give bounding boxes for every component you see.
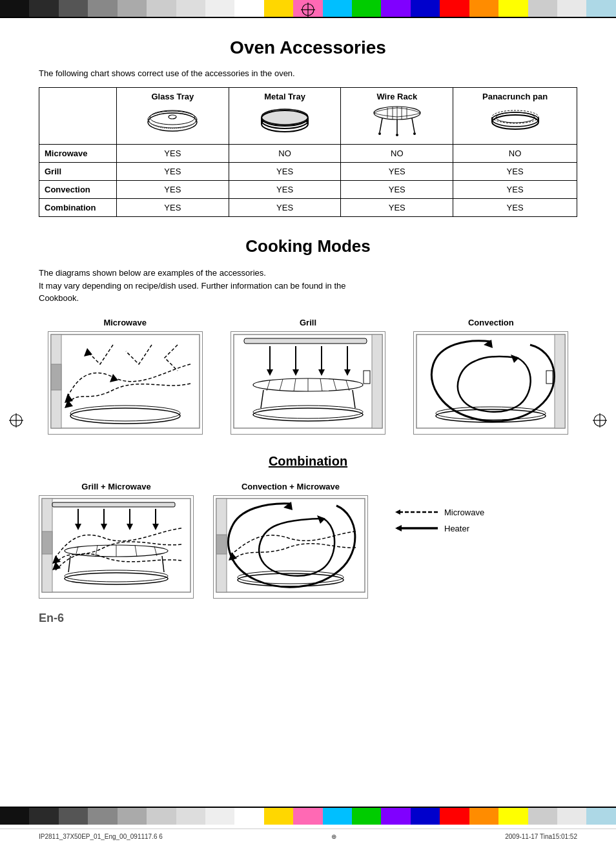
svg-marker-40 — [110, 374, 118, 382]
cell-microwave-glass: YES — [117, 145, 229, 163]
reg-mark-right — [593, 413, 607, 429]
svg-line-21 — [380, 118, 382, 132]
cooking-modes-title: Cooking Modes — [39, 236, 577, 256]
page-number: En-6 — [39, 612, 577, 625]
svg-point-10 — [262, 110, 308, 126]
svg-line-59 — [333, 379, 336, 391]
page-footer: IP2811_37X50EP_01_Eng_00_091117.6 6 ⊕ 20… — [0, 829, 616, 844]
svg-line-93 — [162, 556, 164, 572]
svg-marker-77 — [75, 524, 81, 530]
svg-marker-39 — [84, 348, 92, 356]
combo-grill-microwave: Grill + Microwave — [39, 482, 194, 599]
mode-convection: Convection — [405, 318, 577, 435]
color-gray-end2 — [557, 0, 586, 17]
svg-rect-104 — [216, 535, 227, 554]
cell-convection-glass: YES — [117, 181, 229, 199]
color-lightgray1 — [118, 0, 147, 17]
combo-convection-microwave: Convection + Microwave — [213, 482, 368, 599]
svg-point-25 — [413, 132, 416, 135]
svg-rect-96 — [42, 531, 52, 554]
svg-point-29 — [496, 112, 535, 123]
svg-rect-43 — [372, 335, 382, 428]
legend-microwave: Microwave — [394, 508, 484, 517]
reg-mark-left — [9, 413, 23, 429]
combo-convection-microwave-label: Convection + Microwave — [241, 482, 340, 491]
svg-line-56 — [294, 378, 296, 391]
cell-combination-pana: YES — [453, 199, 577, 217]
row-label-convection: Convection — [39, 181, 117, 199]
svg-line-58 — [320, 378, 322, 391]
mode-grill-label: Grill — [300, 318, 316, 327]
svg-rect-97 — [216, 499, 365, 592]
panacrunch-icon — [486, 101, 544, 137]
footer-left: IP2811_37X50EP_01_Eng_00_091117.6 6 — [39, 833, 163, 840]
svg-rect-67 — [555, 335, 565, 428]
cell-combination-wire: YES — [341, 199, 453, 217]
color-red — [440, 0, 469, 17]
mode-grill-diagram — [231, 331, 385, 435]
svg-marker-83 — [152, 524, 159, 530]
mode-grill: Grill — [221, 318, 394, 435]
cell-microwave-pana: NO — [453, 145, 577, 163]
cell-convection-pana: YES — [453, 181, 577, 199]
color-white — [234, 0, 263, 17]
table-row-combination: Combination YES YES YES YES — [39, 199, 577, 217]
svg-marker-81 — [127, 524, 133, 530]
mode-convection-diagram — [413, 331, 568, 435]
accessories-table: Glass Tray Metal Tray — [39, 87, 577, 217]
page-title: Oven Accessories — [39, 37, 577, 58]
row-label-grill: Grill — [39, 163, 117, 181]
footer-center: ⊕ — [331, 833, 336, 840]
wire-rack-icon — [368, 101, 426, 140]
legend-heater-label: Heater — [444, 524, 469, 533]
mode-microwave-label: Microwave — [103, 318, 146, 327]
row-label-combination: Combination — [39, 199, 117, 217]
cell-microwave-metal: NO — [229, 145, 341, 163]
description-text: The diagrams shown below are examples of… — [39, 267, 577, 305]
svg-point-6 — [169, 115, 176, 119]
cell-grill-pana: YES — [453, 163, 577, 181]
cell-grill-wire: YES — [341, 163, 453, 181]
footer-right: 2009-11-17 Tina15:01:52 — [505, 833, 577, 840]
cell-convection-wire: YES — [341, 181, 453, 199]
cell-grill-metal: YES — [229, 163, 341, 181]
color-yellow — [264, 0, 293, 17]
svg-point-7 — [149, 113, 196, 129]
svg-marker-46 — [267, 369, 273, 376]
color-verylightgray — [176, 0, 205, 17]
cell-combination-glass: YES — [117, 199, 229, 217]
table-row-grill: Grill YES YES YES YES — [39, 163, 577, 181]
svg-marker-79 — [101, 524, 107, 530]
color-brightyellow — [498, 0, 528, 17]
col-header-wire-rack: Wire Rack — [341, 88, 453, 145]
metal-tray-icon — [256, 101, 314, 137]
svg-point-24 — [378, 132, 381, 135]
legend-heater: Heater — [394, 524, 484, 533]
color-lightblue-end — [586, 0, 615, 17]
color-black — [0, 0, 29, 17]
svg-line-90 — [135, 545, 137, 557]
color-gray-end1 — [528, 0, 557, 17]
svg-rect-41 — [51, 364, 61, 390]
color-orange — [469, 0, 498, 17]
svg-marker-52 — [344, 369, 351, 376]
combo-grill-microwave-label: Grill + Microwave — [81, 482, 150, 491]
cell-grill-glass: YES — [117, 163, 229, 181]
svg-marker-106 — [395, 509, 400, 515]
svg-marker-48 — [293, 369, 299, 376]
svg-marker-100 — [317, 515, 325, 524]
svg-point-63 — [253, 408, 363, 421]
table-row-microwave: Microwave YES NO NO NO — [39, 145, 577, 163]
mode-microwave-diagram — [48, 331, 203, 435]
svg-rect-75 — [52, 502, 175, 507]
table-row-convection: Convection YES YES YES YES — [39, 181, 577, 199]
col-header-panacrunch: Panacrunch pan — [453, 88, 577, 145]
combo-convection-microwave-diagram — [213, 495, 368, 599]
svg-rect-72 — [546, 371, 553, 384]
mode-convection-label: Convection — [468, 318, 514, 327]
bottom-color-bar — [0, 807, 616, 825]
legend-box: Microwave Heater — [394, 508, 484, 533]
svg-line-55 — [280, 379, 283, 391]
svg-point-64 — [253, 406, 363, 418]
svg-marker-69 — [511, 355, 519, 363]
